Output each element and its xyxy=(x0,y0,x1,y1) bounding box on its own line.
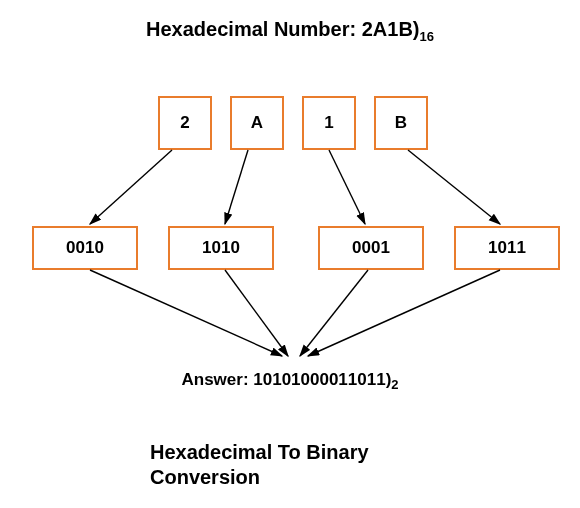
diagram-title: Hexadecimal Number: 2A1B)16 xyxy=(0,18,580,44)
binary-value-1: 1010 xyxy=(202,238,240,258)
diagram-caption: Hexadecimal To Binary Conversion xyxy=(150,440,450,490)
hex-digit-box-0: 2 xyxy=(158,96,212,150)
hex-digit-3: B xyxy=(395,113,407,133)
caption-line-1: Hexadecimal To Binary xyxy=(150,440,450,465)
caption-line-2: Conversion xyxy=(150,465,450,490)
title-prefix: Hexadecimal Number: xyxy=(146,18,362,40)
binary-box-2: 0001 xyxy=(318,226,424,270)
svg-line-6 xyxy=(300,270,368,356)
svg-line-3 xyxy=(408,150,500,224)
answer-line: Answer: 10101000011011)2 xyxy=(0,370,580,392)
binary-value-0: 0010 xyxy=(66,238,104,258)
answer-value: 10101000011011) xyxy=(253,370,391,389)
svg-line-5 xyxy=(225,270,288,356)
hex-digit-box-3: B xyxy=(374,96,428,150)
hex-digit-0: 2 xyxy=(180,113,189,133)
hex-digit-box-2: 1 xyxy=(302,96,356,150)
title-subscript: 16 xyxy=(419,29,433,44)
binary-box-0: 0010 xyxy=(32,226,138,270)
hex-digit-box-1: A xyxy=(230,96,284,150)
binary-box-3: 1011 xyxy=(454,226,560,270)
svg-line-2 xyxy=(329,150,365,224)
answer-prefix: Answer: xyxy=(181,370,253,389)
hex-digit-1: A xyxy=(251,113,263,133)
svg-line-4 xyxy=(90,270,282,356)
binary-value-3: 1011 xyxy=(488,238,526,258)
svg-line-0 xyxy=(90,150,172,224)
binary-box-1: 1010 xyxy=(168,226,274,270)
binary-value-2: 0001 xyxy=(352,238,390,258)
svg-line-7 xyxy=(308,270,500,356)
title-value: 2A1B) xyxy=(362,18,420,40)
hex-digit-2: 1 xyxy=(324,113,333,133)
svg-line-1 xyxy=(225,150,248,224)
answer-subscript: 2 xyxy=(391,377,398,392)
